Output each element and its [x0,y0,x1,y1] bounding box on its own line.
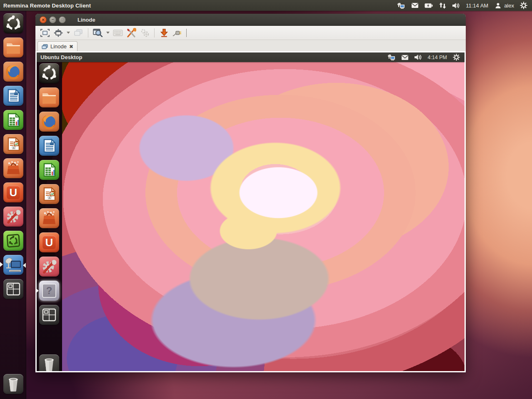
remote-launcher-item-trash[interactable] [39,354,59,371]
active-app-title: Remmina Remote Desktop Client [0,2,91,9]
ubuntu-one-icon: U [7,186,20,199]
user-menu[interactable]: alex [494,2,514,9]
launcher-item-firefox[interactable] [3,62,23,82]
window-maximize-button[interactable]: □ [59,16,66,23]
window-titlebar[interactable]: × – □ Linode [35,14,466,26]
fullscreen-button[interactable] [39,27,51,39]
launcher-item-system-settings[interactable] [3,207,23,227]
session-gear-icon[interactable] [452,54,460,61]
focused-app-arrow [23,263,26,268]
remote-session-viewport[interactable]: Ubuntu Desktop [35,51,466,372]
remote-launcher-item-ubuntu-one[interactable]: U [39,232,59,252]
launcher-item-libreoffice-calc[interactable] [3,110,23,130]
session-gear-icon[interactable] [520,2,528,9]
host-clock[interactable]: 11:14 AM [466,2,488,9]
host-top-panel: Remmina Remote Desktop Client [0,0,532,11]
remote-wallpaper[interactable] [37,52,465,371]
remote-desktop[interactable]: Ubuntu Desktop [37,52,465,371]
remote-desktop-indicator-icon[interactable] [397,2,405,9]
launcher-item-workspace-switcher[interactable] [3,279,23,299]
window-close-button[interactable]: × [40,16,47,23]
remote-launcher-item-ubuntu-dash[interactable] [39,63,59,83]
fit-window-dropdown[interactable] [65,27,71,39]
remote-clock[interactable]: 4:14 PM [427,55,447,60]
launcher-item-libreoffice-impress[interactable] [3,134,23,154]
launcher-item-trash[interactable] [3,374,23,394]
volume-indicator-icon[interactable] [414,54,422,61]
ubuntu-one-icon: U [42,236,56,249]
settings-button [138,27,151,39]
remote-launcher-item-libreoffice-calc[interactable] [39,160,59,180]
user-icon [494,2,502,9]
remote-launcher-item-system-settings[interactable] [39,257,59,277]
remote-launcher-item-workspace-switcher[interactable] [39,305,59,325]
remote-launcher-item-unknown-application[interactable]: ? [39,281,59,301]
maximize-icon: □ [61,18,63,21]
toolbar-end-separator [186,29,187,37]
grab-keyboard-button [112,27,124,39]
toolbar-separator [88,28,88,37]
scaled-mode-dropdown[interactable] [105,27,111,39]
launcher-item-ubuntu-software-center[interactable] [3,158,23,178]
running-indicator-arrow [0,262,3,267]
launcher-item-home-folder[interactable] [3,37,23,57]
tab-close-icon[interactable]: ✖ [69,44,73,49]
remmina-toolbar [35,26,466,40]
launcher-item-ubuntu-one[interactable]: U [3,182,23,202]
remote-desktop-indicator-icon[interactable] [387,54,396,61]
remote-launcher-item-ubuntu-software-center[interactable] [39,208,59,228]
scaled-mode-button[interactable] [92,27,104,39]
minimize-to-tray-button[interactable] [158,27,170,39]
toolbar-separator [154,28,155,37]
remmina-window: × – □ Linode [35,14,466,372]
focused-window-arrow [37,288,39,293]
remote-launcher-item-libreoffice-writer[interactable] [39,136,59,156]
tab-label: Linode [50,43,67,50]
remote-launcher-item-home-folder[interactable] [39,87,59,107]
launcher-item-ubuntu-dash[interactable] [3,13,23,33]
host-unity-launcher: U [0,11,26,399]
window-minimize-button[interactable]: – [49,16,56,23]
remote-top-panel: Ubuntu Desktop [37,52,465,62]
close-icon: × [42,17,44,22]
battery-indicator-icon[interactable] [425,2,433,9]
mail-indicator-icon[interactable] [411,2,419,9]
remote-launcher-item-firefox[interactable] [39,112,59,132]
network-traffic-indicator-icon[interactable] [438,2,447,9]
remote-panel-title: Ubuntu Desktop [37,54,82,60]
tools-button[interactable] [125,27,137,39]
remote-unity-launcher: U ? [37,62,62,371]
launcher-item-libreoffice-writer[interactable] [3,86,23,106]
window-title: Linode [77,17,95,23]
tab-linode[interactable]: Linode ✖ [37,41,77,51]
minimize-icon: – [52,17,54,22]
launcher-item-ubuntu-software[interactable] [3,231,23,251]
screen: Remmina Remote Desktop Client [0,0,532,399]
launcher-item-remmina[interactable] [3,255,23,275]
fit-window-button[interactable] [52,27,65,39]
remote-indicator-tray: 4:14 PM [387,54,465,61]
disconnect-button[interactable] [171,27,184,39]
tab-window-icon [42,44,48,49]
switch-tab-button [72,27,85,39]
volume-indicator-icon[interactable] [452,2,460,9]
remote-launcher-item-libreoffice-impress[interactable] [39,184,59,204]
username: alex [504,2,514,9]
mail-indicator-icon[interactable] [401,54,409,61]
host-indicator-tray: 11:14 AM alex [397,2,532,9]
tab-bar: Linode ✖ [35,40,466,51]
